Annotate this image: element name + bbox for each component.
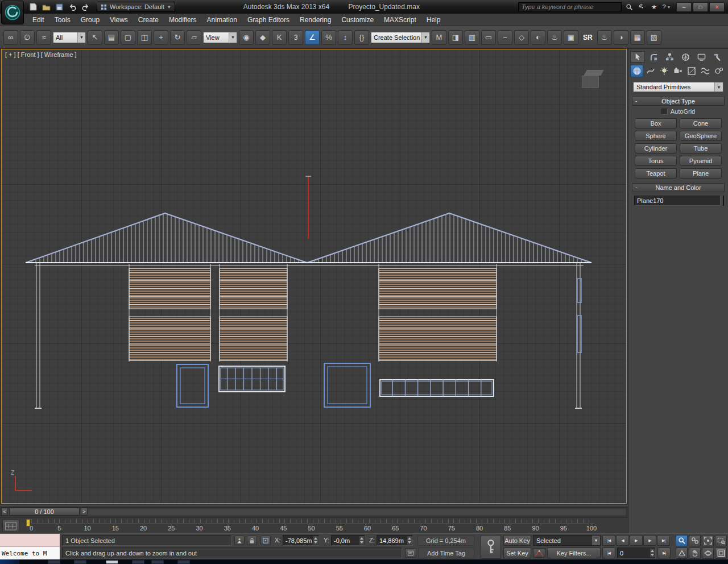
- edit-named-selection-sets-icon[interactable]: {}: [354, 30, 369, 45]
- zoom-all-icon[interactable]: [689, 535, 701, 546]
- open-mini-curve-editor-button[interactable]: [2, 520, 19, 532]
- mirror-icon[interactable]: M: [432, 30, 446, 45]
- select-by-name-icon[interactable]: ▤: [104, 30, 119, 45]
- y-coordinate-field[interactable]: -0,0m: [331, 535, 365, 546]
- front-viewport[interactable]: [ + ] [ Front ] [ Wireframe ] Z: [1, 49, 627, 504]
- spinner-snap-toggle-icon[interactable]: ↕: [338, 30, 353, 45]
- time-slider-handle[interactable]: 0 / 100: [9, 508, 80, 516]
- cone-button[interactable]: Cone: [680, 118, 722, 128]
- select-and-move-icon[interactable]: +: [154, 30, 168, 45]
- tab-hierarchy[interactable]: [662, 51, 677, 63]
- track-bar[interactable]: 0510152025303540455055606570758085909510…: [0, 517, 628, 533]
- pan-icon[interactable]: [689, 548, 701, 559]
- menu-tools[interactable]: Tools: [49, 14, 76, 26]
- viewcube-front-face[interactable]: [582, 76, 599, 88]
- next-key-button[interactable]: ▶|: [657, 548, 671, 558]
- workspace-dropdown[interactable]: Workspace: Default ▼: [97, 2, 175, 12]
- rectangular-selection-region-icon[interactable]: ▢: [121, 30, 135, 45]
- viewport-label[interactable]: [ + ] [ Front ] [ Wireframe ]: [5, 51, 77, 58]
- schematic-view-icon[interactable]: ◇: [514, 30, 529, 45]
- previous-frame-button[interactable]: ◀: [616, 535, 629, 546]
- render-production-icon[interactable]: ♨: [597, 30, 612, 45]
- key-filter-curve-icon[interactable]: [533, 548, 545, 558]
- taskbar-app-icon[interactable]: [132, 560, 144, 564]
- maximize-viewport-icon[interactable]: [715, 548, 727, 559]
- select-object-icon[interactable]: ↖: [88, 30, 102, 45]
- pyramid-button[interactable]: Pyramid: [680, 156, 722, 166]
- taskbar-app-icon[interactable]: [106, 560, 118, 564]
- taskbar-app-icon[interactable]: [177, 560, 190, 564]
- align-icon[interactable]: ◨: [448, 30, 463, 45]
- next-frame-button[interactable]: ▶: [643, 535, 656, 546]
- time-slider-track[interactable]: [1, 507, 627, 516]
- add-time-tag-button[interactable]: Add Time Tag: [418, 548, 474, 558]
- category-shapes-icon[interactable]: [644, 65, 657, 77]
- geosphere-button[interactable]: GeoSphere: [680, 131, 722, 141]
- frame-tick-band[interactable]: [31, 519, 594, 524]
- undo-icon[interactable]: [67, 2, 78, 12]
- tube-button[interactable]: Tube: [680, 143, 722, 154]
- material-explorer-icon[interactable]: ◑: [614, 30, 628, 45]
- application-menu-button[interactable]: [1, 1, 24, 24]
- menu-create[interactable]: Create: [133, 14, 164, 26]
- go-to-start-button[interactable]: |◀: [602, 535, 615, 546]
- torus-button[interactable]: Torus: [635, 156, 677, 166]
- search-icon[interactable]: [624, 2, 634, 11]
- maximize-button[interactable]: □: [693, 2, 708, 12]
- menu-graph-editors[interactable]: Graph Editors: [242, 14, 295, 26]
- previous-key-button[interactable]: |◀: [602, 548, 615, 558]
- time-slider[interactable]: < 0 / 100 >: [0, 505, 628, 517]
- infocenter-search-input[interactable]: [518, 2, 622, 11]
- minimize-button[interactable]: –: [676, 2, 692, 12]
- time-step-back-button[interactable]: <: [1, 508, 8, 516]
- tab-create[interactable]: [630, 51, 645, 63]
- box-button[interactable]: Box: [635, 118, 677, 128]
- window-crossing-toggle-icon[interactable]: ◫: [137, 30, 152, 45]
- snaps-toggle-icon[interactable]: 3: [288, 30, 303, 45]
- unlink-selection-icon[interactable]: ∅: [20, 30, 35, 45]
- go-to-end-button[interactable]: ▶|: [657, 535, 670, 546]
- absolute-offset-mode-icon[interactable]: [260, 536, 271, 545]
- x-coordinate-field[interactable]: -78,085m: [283, 535, 319, 546]
- windows-taskbar[interactable]: [0, 559, 728, 564]
- viewcube-top-face[interactable]: [584, 70, 604, 76]
- object-color-swatch[interactable]: [723, 196, 724, 206]
- graphite-ribbon-toggle-icon[interactable]: ▭: [481, 30, 496, 45]
- time-step-forward-button[interactable]: >: [81, 508, 88, 516]
- open-file-icon[interactable]: [40, 2, 52, 12]
- tab-modify[interactable]: [646, 51, 661, 63]
- menu-help[interactable]: Help: [421, 14, 446, 26]
- menu-views[interactable]: Views: [105, 14, 133, 26]
- selection-set-key-dropdown[interactable]: Selected ▼: [533, 535, 601, 546]
- viewcube[interactable]: [581, 70, 605, 89]
- menu-customize[interactable]: Customize: [336, 14, 379, 26]
- sphere-button[interactable]: Sphere: [635, 131, 677, 141]
- taskbar-app-icon[interactable]: [48, 560, 60, 564]
- category-lights-icon[interactable]: [657, 65, 671, 77]
- new-scene-icon[interactable]: [27, 2, 39, 12]
- cylinder-button[interactable]: Cylinder: [635, 143, 677, 154]
- object-name-field[interactable]: [634, 196, 721, 206]
- autogrid-checkbox[interactable]: [661, 109, 668, 115]
- use-pivot-point-center-icon[interactable]: ◉: [239, 30, 254, 45]
- category-space-warps-icon[interactable]: [698, 65, 712, 77]
- select-and-link-icon[interactable]: ∞: [3, 30, 18, 45]
- select-and-manipulate-icon[interactable]: ◆: [255, 30, 270, 45]
- set-key-button[interactable]: Set Key: [503, 548, 531, 558]
- reference-coordinate-system-dropdown[interactable]: View▼: [203, 32, 237, 43]
- zoom-extents-icon[interactable]: [702, 535, 714, 546]
- close-button[interactable]: ×: [709, 2, 725, 12]
- menu-edit[interactable]: Edit: [27, 14, 49, 26]
- save-file-icon[interactable]: [53, 2, 65, 12]
- named-selection-set-dropdown[interactable]: Create Selection Se▼: [371, 32, 430, 43]
- redo-icon[interactable]: [80, 2, 91, 12]
- percent-snap-toggle-icon[interactable]: %: [321, 30, 336, 45]
- layer-explorer-icon[interactable]: ▧: [647, 30, 661, 45]
- zoom-region-icon[interactable]: [715, 535, 727, 546]
- x-spinner[interactable]: [313, 536, 318, 545]
- maxscript-mini-listener[interactable]: Welcome to M: [0, 534, 60, 560]
- favorites-star-icon[interactable]: ★: [649, 2, 659, 11]
- taskbar-app-icon[interactable]: [151, 560, 164, 564]
- set-keys-button[interactable]: [481, 535, 501, 559]
- menu-maxscript[interactable]: MAXScript: [379, 14, 421, 26]
